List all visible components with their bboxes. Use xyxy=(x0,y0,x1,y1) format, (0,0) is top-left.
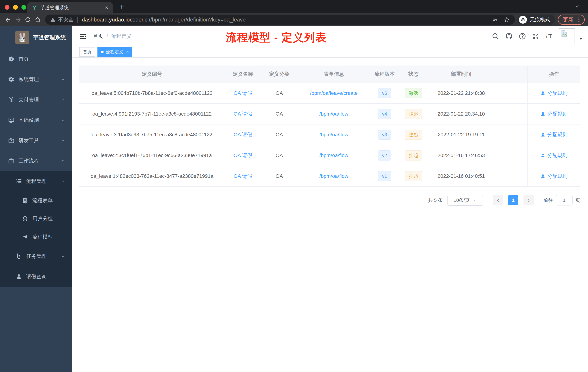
chevron-down-icon xyxy=(472,198,477,202)
prev-page-button[interactable]: ‹ xyxy=(493,195,503,205)
home-button[interactable] xyxy=(33,15,42,25)
sidebar-item-label: 流程表单 xyxy=(32,197,53,204)
form-info-link[interactable]: /bpm/oa/leave/create xyxy=(310,90,358,96)
cell-form-info: /bpm/oa/flow xyxy=(297,104,370,124)
form-info-link[interactable]: /bpm/oa/flow xyxy=(319,173,348,179)
cell-version: v2 xyxy=(370,145,399,166)
tag-process-definition[interactable]: 流程定义 × xyxy=(97,47,132,57)
cell-category: OA xyxy=(261,166,297,186)
user-icon xyxy=(540,91,546,96)
goto-page-input[interactable] xyxy=(556,195,573,206)
forward-button[interactable] xyxy=(13,15,23,25)
logo-avatar: 🐰 xyxy=(15,31,29,44)
tab-search-chevron-icon[interactable] xyxy=(574,3,580,10)
sidebar-item-briefcase[interactable]: 研发工具 xyxy=(0,130,72,151)
cell-version: v3 xyxy=(370,124,399,145)
security-chip[interactable]: 不安全 xyxy=(50,16,74,23)
sidebar-item-tree[interactable]: 任务管理 xyxy=(0,246,72,266)
tab-close-icon[interactable]: × xyxy=(105,4,108,11)
top-navbar: 首页 / 流程定义 流程模型 - 定义列表 tT xyxy=(72,26,588,46)
kebab-menu-icon[interactable] xyxy=(576,17,582,23)
cell-version: v1 xyxy=(370,166,399,186)
definition-name-link[interactable]: OA 请假 xyxy=(234,110,252,117)
cell-definition-name: OA 请假 xyxy=(225,83,261,103)
status-badge: 挂起 xyxy=(405,150,422,161)
cell-form-info: /bpm/oa/flow xyxy=(297,145,370,166)
briefcase-icon xyxy=(8,158,15,164)
red-annotation-title: 流程模型 - 定义列表 xyxy=(226,30,326,45)
window-close-button[interactable] xyxy=(5,5,10,10)
assign-rule-link[interactable]: 分配规则 xyxy=(540,152,568,159)
assign-rule-link[interactable]: 分配规则 xyxy=(540,90,568,97)
url-omnibox[interactable]: 不安全 dashboard.yudao.iocoder.cn/bpm/manag… xyxy=(45,15,515,25)
goto-label: 前往 xyxy=(544,197,553,203)
dashboard-icon xyxy=(8,56,15,62)
tag-close-icon[interactable]: × xyxy=(126,49,129,55)
avatar-caret-down-icon[interactable] xyxy=(578,37,583,41)
cell-status: 激活 xyxy=(399,83,428,103)
cell-deploy-time: 2022-01-22 20:34:10 xyxy=(428,104,494,124)
bookmark-star-icon[interactable] xyxy=(504,17,510,23)
form-info-link[interactable]: /bpm/oa/flow xyxy=(319,153,348,158)
window-controls xyxy=(5,5,26,10)
tab-title: 芋道管理系统 xyxy=(40,5,69,11)
chevron-down-icon xyxy=(60,97,65,102)
page-number-1[interactable]: 1 xyxy=(508,195,518,205)
row-spacer xyxy=(494,145,527,166)
assign-rule-link[interactable]: 分配规则 xyxy=(540,110,568,117)
tag-label: 首页 xyxy=(83,49,92,55)
avatar-broken-image[interactable] xyxy=(559,28,575,44)
form-icon xyxy=(22,197,28,204)
cell-category: OA xyxy=(261,145,297,166)
fullscreen-icon[interactable] xyxy=(532,33,540,40)
row-spacer xyxy=(494,104,527,124)
cell-definition-name: OA 请假 xyxy=(225,124,261,145)
window-zoom-button[interactable] xyxy=(21,5,26,10)
gear-icon xyxy=(8,76,15,83)
definition-name-link[interactable]: OA 请假 xyxy=(234,90,252,97)
sidebar-item-yen[interactable]: 支付管理 xyxy=(0,89,72,110)
sidebar-item-tree-table[interactable]: 流程管理 xyxy=(0,171,72,191)
cell-category: OA xyxy=(261,124,297,145)
sidebar-item-user[interactable]: 请假查询 xyxy=(0,266,72,287)
window-minimize-button[interactable] xyxy=(13,5,18,10)
github-icon[interactable] xyxy=(505,33,513,40)
sidebar-logo-row[interactable]: 🐰 芋道管理系统 xyxy=(0,26,72,49)
table-row: oa_leave:5:004b710b-7b8a-11ec-8ef0-acde4… xyxy=(79,83,580,104)
header-spacer xyxy=(494,66,527,83)
key-icon[interactable] xyxy=(492,17,498,23)
hamburger-icon[interactable] xyxy=(79,33,87,40)
cell-category: OA xyxy=(261,104,297,124)
definition-name-link[interactable]: OA 请假 xyxy=(234,131,252,138)
sidebar-item-people[interactable]: 用户分组 xyxy=(0,210,72,228)
new-tab-button[interactable]: + xyxy=(119,2,124,12)
assign-rule-link[interactable]: 分配规则 xyxy=(540,131,568,138)
form-info-link[interactable]: /bpm/oa/flow xyxy=(319,111,348,117)
breadcrumb-home[interactable]: 首页 xyxy=(93,33,103,40)
cell-status: 挂起 xyxy=(399,124,428,145)
sidebar-item-dashboard[interactable]: 首页 xyxy=(0,49,72,69)
definition-name-link[interactable]: OA 请假 xyxy=(234,152,252,159)
form-info-link[interactable]: /bpm/oa/flow xyxy=(319,132,348,138)
column-header: 部署时间 xyxy=(428,66,494,83)
browser-update-button[interactable]: 更新 xyxy=(558,15,585,25)
tag-home[interactable]: 首页 xyxy=(79,47,95,57)
sidebar-item-briefcase[interactable]: 工作流程 xyxy=(0,151,72,171)
assign-rule-link[interactable]: 分配规则 xyxy=(540,173,568,180)
question-icon[interactable] xyxy=(519,33,526,40)
reload-button[interactable] xyxy=(23,15,33,25)
back-button[interactable] xyxy=(3,15,13,25)
browser-tab[interactable]: 芋道管理系统 × xyxy=(27,2,113,13)
sidebar-item-send[interactable]: 流程模型 xyxy=(0,228,72,246)
cell-definition-id: oa_leave:3:1fad3d93-7b75-11ec-a3c8-acde4… xyxy=(79,124,225,145)
definition-name-link[interactable]: OA 请假 xyxy=(234,173,252,180)
search-icon[interactable] xyxy=(492,33,499,40)
font-size-icon[interactable]: tT xyxy=(546,33,553,40)
sidebar-item-form[interactable]: 流程表单 xyxy=(0,191,72,210)
sidebar-item-label: 流程管理 xyxy=(26,178,47,185)
next-page-button[interactable]: › xyxy=(524,195,534,205)
page-size-select[interactable]: 10条/页 xyxy=(447,195,483,206)
sidebar-item-gear[interactable]: 系统管理 xyxy=(0,69,72,89)
chevron-down-icon xyxy=(60,254,65,259)
sidebar-item-monitor[interactable]: 基础设施 xyxy=(0,110,72,130)
